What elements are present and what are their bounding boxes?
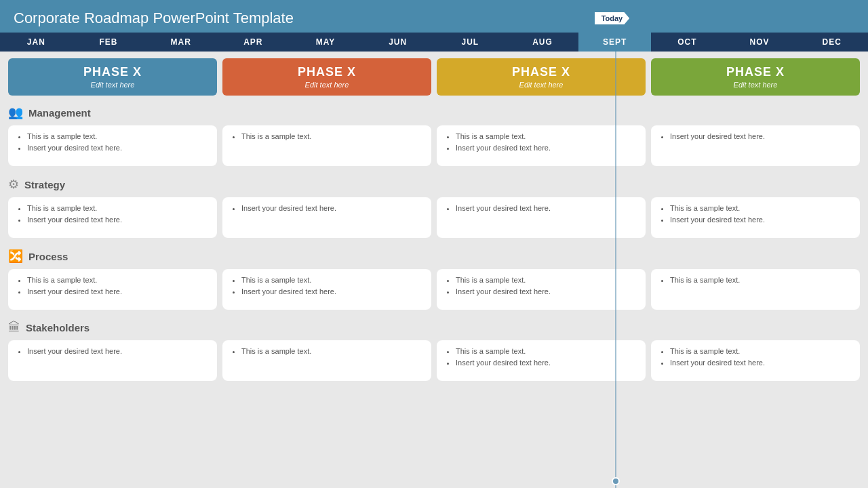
today-bottom-dot: [612, 477, 620, 485]
phase-subtitle-4: Edit text here: [656, 81, 854, 89]
stakeholders-card-1: Insert your desired text here.: [8, 340, 217, 381]
stakeholders-card-4: This is a sample text. Insert your desir…: [651, 340, 860, 381]
list-item: This is a sample text.: [27, 131, 209, 142]
process-card-4: This is a sample text.: [651, 269, 860, 310]
phase-card-4: PHASE X Edit text here: [651, 58, 860, 96]
stakeholders-card-3-list: This is a sample text. Insert your desir…: [445, 346, 637, 368]
management-card-1: This is a sample text. Insert your desir…: [8, 125, 217, 166]
list-item: Insert your desired text here.: [27, 214, 209, 226]
today-flag: Today: [595, 12, 630, 24]
stakeholders-card-2-list: This is a sample text.: [231, 346, 423, 357]
strategy-card-3-list: Insert your desired text here.: [445, 203, 637, 214]
month-header: Today JAN FEB MAR APR MAY JUN JUL AUG SE…: [0, 33, 868, 52]
list-item: Insert your desired text here.: [27, 346, 209, 357]
list-item: Insert your desired text here.: [670, 357, 852, 369]
process-card-4-list: This is a sample text.: [659, 274, 852, 286]
month-dec: DEC: [795, 33, 868, 52]
strategy-label: Strategy: [24, 179, 65, 190]
strategy-card-3: Insert your desired text here.: [437, 197, 646, 238]
month-feb: FEB: [73, 33, 145, 52]
strategy-card-1: This is a sample text. Insert your desir…: [8, 197, 217, 238]
list-item: Insert your desired text here.: [456, 286, 637, 298]
month-aug: AUG: [507, 33, 579, 52]
management-card-4: Insert your desired text here.: [651, 125, 860, 166]
list-item: Insert your desired text here.: [670, 214, 852, 226]
list-item: This is a sample text.: [241, 346, 423, 357]
list-item: This is a sample text.: [456, 346, 637, 357]
management-header: 👥 Management: [5, 102, 863, 123]
list-item: This is a sample text.: [27, 274, 209, 286]
list-item: This is a sample text.: [456, 274, 637, 286]
process-card-2-list: This is a sample text. Insert your desir…: [231, 274, 423, 297]
month-mar: MAR: [144, 33, 217, 52]
management-card-4-list: Insert your desired text here.: [659, 131, 852, 142]
stakeholders-card-4-list: This is a sample text. Insert your desir…: [659, 346, 852, 368]
list-item: This is a sample text.: [27, 203, 209, 214]
list-item: Insert your desired text here.: [456, 142, 637, 154]
phase-subtitle-3: Edit text here: [442, 81, 640, 89]
month-jan: JAN: [0, 33, 73, 52]
stakeholders-label: Stakeholders: [26, 322, 90, 333]
list-item: This is a sample text.: [670, 346, 852, 357]
stakeholders-card-2: This is a sample text.: [222, 340, 431, 381]
list-item: Insert your desired text here.: [27, 142, 209, 154]
management-section: 👥 Management This is a sample text. Inse…: [0, 100, 868, 171]
strategy-card-4: This is a sample text. Insert your desir…: [651, 197, 860, 238]
today-marker: Today: [595, 12, 630, 24]
list-item: Insert your desired text here.: [241, 203, 423, 214]
phase-subtitle-2: Edit text here: [228, 81, 426, 89]
month-sept: SEPT: [578, 33, 651, 52]
process-card-1-list: This is a sample text. Insert your desir…: [16, 274, 209, 297]
stakeholders-cards: Insert your desired text here. This is a…: [5, 338, 863, 385]
process-icon: 🔀: [8, 249, 23, 264]
month-may: MAY: [290, 33, 362, 52]
list-item: Insert your desired text here.: [241, 286, 423, 298]
stakeholders-card-3: This is a sample text. Insert your desir…: [437, 340, 646, 381]
phase-title-2: PHASE X: [228, 65, 426, 79]
month-jul: JUL: [434, 33, 507, 52]
list-item: This is a sample text.: [670, 203, 852, 214]
management-card-2: This is a sample text.: [222, 125, 431, 166]
phase-subtitle-1: Edit text here: [14, 81, 212, 89]
list-item: Insert your desired text here.: [456, 357, 637, 369]
month-jun: JUN: [361, 33, 434, 52]
phase-title-1: PHASE X: [14, 65, 212, 79]
phase-card-2: PHASE X Edit text here: [222, 58, 431, 96]
management-label: Management: [28, 107, 91, 119]
process-card-2: This is a sample text. Insert your desir…: [222, 269, 431, 310]
strategy-card-4-list: This is a sample text. Insert your desir…: [659, 203, 852, 225]
management-card-3: This is a sample text. Insert your desir…: [437, 125, 646, 166]
process-label: Process: [28, 251, 68, 262]
strategy-section: ⚙ Strategy This is a sample text. Insert…: [0, 171, 868, 243]
phase-card-3: PHASE X Edit text here: [437, 58, 646, 96]
process-card-3: This is a sample text. Insert your desir…: [437, 269, 646, 310]
main-content: PHASE X Edit text here PHASE X Edit text…: [0, 52, 868, 488]
stakeholders-header: 🏛 Stakeholders: [5, 318, 863, 338]
process-card-1: This is a sample text. Insert your desir…: [8, 269, 217, 310]
strategy-header: ⚙ Strategy: [5, 174, 863, 195]
month-nov: NOV: [724, 33, 796, 52]
strategy-card-1-list: This is a sample text. Insert your desir…: [16, 203, 209, 225]
strategy-cards: This is a sample text. Insert your desir…: [5, 195, 863, 242]
list-item: Insert your desired text here.: [670, 131, 852, 142]
month-apr: APR: [217, 33, 290, 52]
page-title: Corporate Roadmap PowerPoint Template: [0, 0, 868, 33]
month-oct: OCT: [651, 33, 724, 52]
list-item: This is a sample text.: [670, 274, 852, 286]
list-item: This is a sample text.: [241, 274, 423, 286]
management-card-1-list: This is a sample text. Insert your desir…: [16, 131, 209, 153]
management-icon: 👥: [8, 105, 23, 120]
process-section: 🔀 Process This is a sample text. Insert …: [0, 243, 868, 315]
phase-row: PHASE X Edit text here PHASE X Edit text…: [0, 52, 868, 100]
list-item: This is a sample text.: [456, 131, 637, 142]
phase-card-1: PHASE X Edit text here: [8, 58, 217, 96]
page-wrapper: Corporate Roadmap PowerPoint Template To…: [0, 0, 868, 488]
stakeholders-section: 🏛 Stakeholders Insert your desired text …: [0, 315, 868, 386]
list-item: Insert your desired text here.: [27, 286, 209, 298]
process-cards: This is a sample text. Insert your desir…: [5, 266, 863, 314]
today-line-overlay: [615, 52, 616, 488]
list-item: Insert your desired text here.: [456, 203, 637, 214]
phase-title-3: PHASE X: [442, 65, 640, 79]
stakeholders-icon: 🏛: [8, 321, 20, 335]
strategy-card-2-list: Insert your desired text here.: [231, 203, 423, 214]
